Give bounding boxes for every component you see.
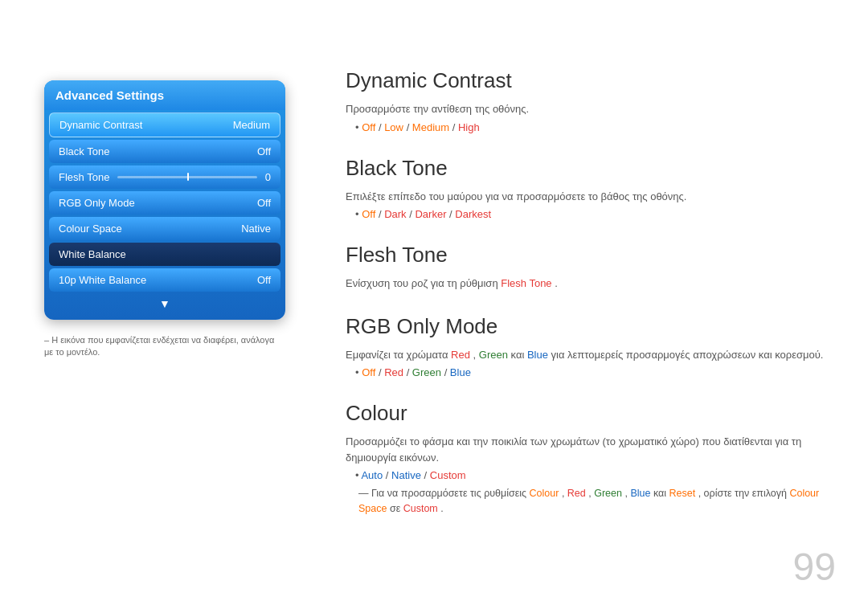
- dc-opt-low: Low: [384, 121, 403, 133]
- colour-opt-native: Native: [391, 469, 421, 481]
- rgb-desc-sep1: ,: [473, 349, 479, 361]
- ft-desc-text: Ενίσχυση του ροζ για τη ρύθμιση: [346, 277, 501, 289]
- rgb-desc-blue: Blue: [527, 349, 548, 361]
- panel-note-text: Η εικόνα που εμφανίζεται ενδέχεται να δι…: [44, 335, 274, 357]
- note-custom: Custom: [403, 503, 438, 514]
- menu-item-white-balance[interactable]: White Balance: [49, 243, 280, 266]
- menu-item-10p-white-balance[interactable]: 10p White Balance Off: [49, 268, 280, 292]
- note-mid: , ορίστε την επιλογή: [698, 488, 790, 499]
- dynamic-contrast-label: Dynamic Contrast: [59, 119, 142, 131]
- menu-item-black-tone[interactable]: Black Tone Off: [49, 140, 280, 163]
- section-flesh-tone: Flesh Tone Ενίσχυση του ροζ για τη ρύθμι…: [346, 243, 836, 292]
- section-colour: Colour Προσαρμόζει το φάσμα και την ποικ…: [346, 401, 836, 517]
- black-tone-desc: Επιλέξτε επίπεδο του μαύρου για να προσα…: [346, 189, 836, 205]
- panel-note-dash: –: [44, 335, 49, 345]
- note-reset: Reset: [669, 488, 696, 499]
- note-in: σε: [390, 503, 403, 514]
- bt-opt-dark: Dark: [384, 208, 406, 220]
- rgb-desc-green: Green: [479, 349, 508, 361]
- note-blue: Blue: [630, 488, 650, 499]
- colour-space-label: Colour Space: [59, 223, 122, 235]
- dynamic-contrast-options: Off / Low / Medium / High: [355, 121, 836, 133]
- note-red: Red: [567, 488, 586, 499]
- section-dynamic-contrast: Dynamic Contrast Προσαρμόστε την αντίθεσ…: [346, 68, 836, 133]
- note-and: και: [653, 488, 669, 499]
- dropdown-arrow: ▼: [44, 294, 285, 313]
- flesh-tone-slider[interactable]: [117, 176, 256, 178]
- menu-item-dynamic-contrast[interactable]: Dynamic Contrast Medium: [49, 112, 280, 137]
- colour-options: Auto / Native / Custom: [355, 469, 836, 481]
- black-tone-title: Black Tone: [346, 156, 836, 181]
- rgb-only-desc: Εμφανίζει τα χρώματα Red , Green και Blu…: [346, 347, 836, 363]
- rgb-desc-red: Red: [451, 349, 470, 361]
- flesh-tone-title: Flesh Tone: [346, 243, 836, 268]
- dynamic-contrast-title: Dynamic Contrast: [346, 68, 836, 93]
- bt-opt-off: Off: [362, 208, 375, 220]
- rgb-sep2: /: [407, 366, 412, 378]
- menu-item-rgb-only[interactable]: RGB Only Mode Off: [49, 191, 280, 215]
- dynamic-contrast-value: Medium: [233, 119, 270, 131]
- section-black-tone: Black Tone Επιλέξτε επίπεδο του μαύρου γ…: [346, 156, 836, 221]
- page-number: 99: [793, 545, 836, 589]
- white-balance-label: White Balance: [59, 248, 126, 260]
- note-sep1: ,: [562, 488, 567, 499]
- rgb-desc-and: και: [511, 349, 527, 361]
- rgb-opt-green: Green: [412, 366, 441, 378]
- 10p-white-balance-label: 10p White Balance: [59, 274, 146, 286]
- advanced-settings-title: Advanced Settings: [44, 80, 285, 110]
- black-tone-label: Black Tone: [59, 145, 109, 157]
- section-rgb-only: RGB Only Mode Εμφανίζει τα χρώματα Red ,…: [346, 314, 836, 379]
- bt-opt-darker: Darker: [415, 208, 446, 220]
- menu-item-flesh-tone[interactable]: Flesh Tone 0: [49, 166, 280, 189]
- black-tone-value: Off: [257, 145, 271, 157]
- dc-sep3: /: [452, 121, 458, 133]
- rgb-desc-post: για λεπτομερείς προσαρμογές αποχρώσεων κ…: [551, 349, 824, 361]
- flesh-tone-desc: Ενίσχυση του ροζ για τη ρύθμιση Flesh To…: [346, 276, 836, 292]
- menu-item-colour-space[interactable]: Colour Space Native: [49, 217, 280, 240]
- advanced-settings-box: Advanced Settings Dynamic Contrast Mediu…: [44, 80, 285, 320]
- panel-note: – Η εικόνα που εμφανίζεται ενδέχεται να …: [44, 334, 285, 359]
- rgb-opt-off: Off: [362, 366, 375, 378]
- dc-opt-off: Off: [362, 121, 375, 133]
- rgb-opt-red: Red: [384, 366, 403, 378]
- ft-desc-suffix: .: [555, 277, 558, 289]
- note-end: .: [440, 503, 443, 514]
- colour-space-value: Native: [241, 223, 271, 235]
- ft-desc-highlight: Flesh Tone: [501, 277, 551, 289]
- rgb-only-options: Off / Red / Green / Blue: [355, 366, 836, 378]
- dynamic-contrast-desc: Προσαρμόστε την αντίθεση της οθόνης.: [346, 101, 836, 117]
- rgb-sep3: /: [444, 366, 450, 378]
- right-content: Dynamic Contrast Προσαρμόστε την αντίθεσ…: [346, 68, 836, 539]
- colour-opt-auto: Auto: [361, 469, 383, 481]
- rgb-opt-blue: Blue: [450, 366, 471, 378]
- flesh-tone-value: 0: [265, 171, 271, 183]
- black-tone-options: Off / Dark / Darker / Darkest: [355, 208, 836, 220]
- colour-note: Για να προσαρμόσετε τις ρυθμίσεις Colour…: [358, 486, 836, 517]
- dc-opt-high: High: [458, 121, 480, 133]
- 10p-white-balance-value: Off: [257, 274, 271, 286]
- dc-opt-medium: Medium: [412, 121, 449, 133]
- bt-opt-darkest: Darkest: [455, 208, 491, 220]
- note-colour: Colour: [530, 488, 559, 499]
- colour-desc: Προσαρμόζει το φάσμα και την ποικιλία τω…: [346, 434, 836, 465]
- colour-sep2: /: [424, 469, 430, 481]
- note-green: Green: [594, 488, 622, 499]
- rgb-only-value: Off: [257, 197, 271, 209]
- colour-opt-custom: Custom: [430, 469, 466, 481]
- flesh-tone-label: Flesh Tone: [59, 171, 109, 183]
- note-pre: Για να προσαρμόσετε τις ρυθμίσεις: [371, 488, 530, 499]
- dc-sep2: /: [407, 121, 412, 133]
- rgb-only-label: RGB Only Mode: [59, 197, 135, 209]
- rgb-desc-pre: Εμφανίζει τα χρώματα: [346, 349, 451, 361]
- rgb-only-title: RGB Only Mode: [346, 314, 836, 339]
- colour-sep1: /: [386, 469, 391, 481]
- left-panel: Advanced Settings Dynamic Contrast Mediu…: [44, 80, 285, 359]
- colour-title: Colour: [346, 401, 836, 426]
